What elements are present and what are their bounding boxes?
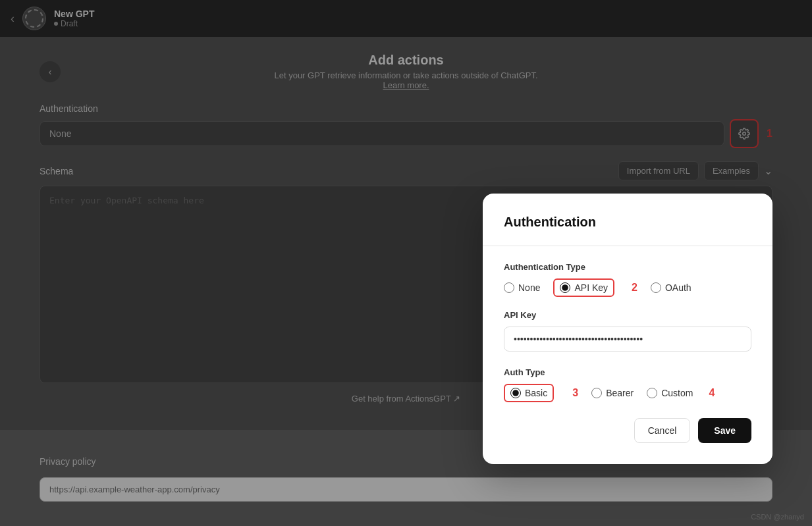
auth-type-api-key-highlight: API Key	[553, 278, 614, 297]
auth-type-api-key[interactable]: API Key	[560, 282, 608, 293]
auth-type-oauth[interactable]: OAuth	[651, 282, 691, 293]
api-key-wrapper: 把授权码粘贴到这里	[504, 327, 751, 354]
auth-sub-basic-highlight: Basic	[504, 384, 554, 402]
cancel-button[interactable]: Cancel	[634, 418, 691, 443]
auth-sub-basic[interactable]: Basic	[510, 388, 547, 398]
annotation-4: 4	[709, 387, 715, 399]
auth-type-none[interactable]: None	[504, 282, 540, 293]
api-key-input[interactable]	[504, 327, 751, 352]
auth-sub-bearer[interactable]: Bearer	[591, 388, 634, 398]
modal-overlay: Authentication Authentication Type None …	[0, 0, 812, 526]
save-button[interactable]: Save	[698, 418, 751, 443]
modal-divider	[483, 246, 772, 246]
auth-type-radio-group: None API Key 2 OAuth	[504, 278, 751, 297]
authentication-modal: Authentication Authentication Type None …	[483, 194, 772, 464]
annotation-2: 2	[632, 282, 637, 294]
auth-sub-custom[interactable]: Custom	[647, 388, 693, 398]
annotation-3: 3	[572, 387, 578, 399]
auth-sub-type-radio-group: Basic 3 Bearer Custom 4	[504, 384, 751, 402]
modal-footer: Cancel Save	[504, 418, 751, 443]
api-key-label: API Key	[504, 310, 751, 320]
auth-sub-type-label: Auth Type	[504, 367, 751, 377]
modal-title: Authentication	[504, 215, 751, 230]
auth-type-label: Authentication Type	[504, 262, 751, 272]
